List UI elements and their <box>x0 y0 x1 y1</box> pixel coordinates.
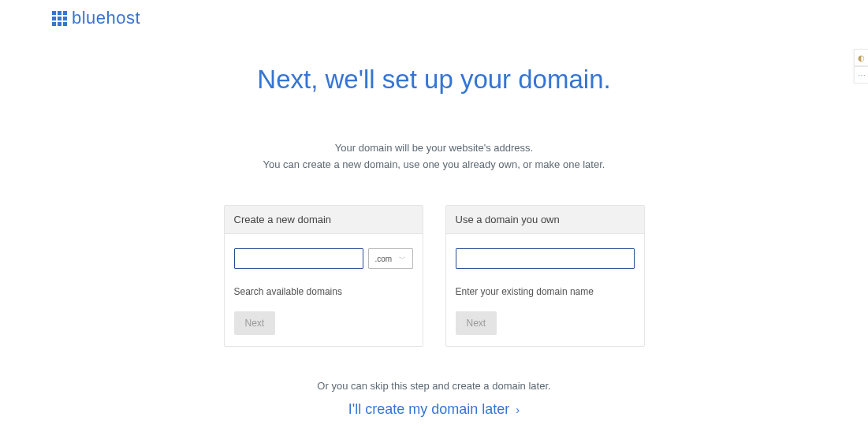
side-widget-2[interactable]: ⋯ <box>854 66 868 84</box>
create-domain-card: Create a new domain .com ﹀ Search availa… <box>224 205 423 347</box>
brand-logo[interactable]: bluehost <box>52 8 140 28</box>
brand-name: bluehost <box>72 8 140 28</box>
chevron-down-icon: ﹀ <box>399 254 406 264</box>
skip-text: Or you can skip this step and create a d… <box>317 380 550 392</box>
own-card-title: Use a domain you own <box>446 206 644 234</box>
subtext-1: Your domain will be your website's addre… <box>335 142 533 154</box>
tld-selected: .com <box>375 255 393 263</box>
create-next-button[interactable]: Next <box>234 311 276 335</box>
new-domain-input[interactable] <box>234 248 363 269</box>
cards-row: Create a new domain .com ﹀ Search availa… <box>224 205 645 347</box>
chevron-right-icon: › <box>516 403 520 416</box>
own-domain-input[interactable] <box>456 248 635 269</box>
grid-icon <box>52 11 67 26</box>
create-card-title: Create a new domain <box>225 206 423 234</box>
subtext-2: You can create a new domain, use one you… <box>263 158 605 170</box>
skip-link-label: I'll create my domain later <box>348 401 510 418</box>
tld-select[interactable]: .com ﹀ <box>368 248 413 269</box>
own-hint: Enter your existing domain name <box>456 286 635 297</box>
own-next-button[interactable]: Next <box>456 311 497 335</box>
side-widget-1[interactable]: ◐ <box>854 49 868 66</box>
skip-link[interactable]: I'll create my domain later › <box>348 401 520 418</box>
main-content: Next, we'll set up your domain. Your dom… <box>0 0 868 418</box>
create-hint: Search available domains <box>234 286 413 297</box>
page-headline: Next, we'll set up your domain. <box>257 65 610 95</box>
own-domain-card: Use a domain you own Enter your existing… <box>445 205 645 347</box>
